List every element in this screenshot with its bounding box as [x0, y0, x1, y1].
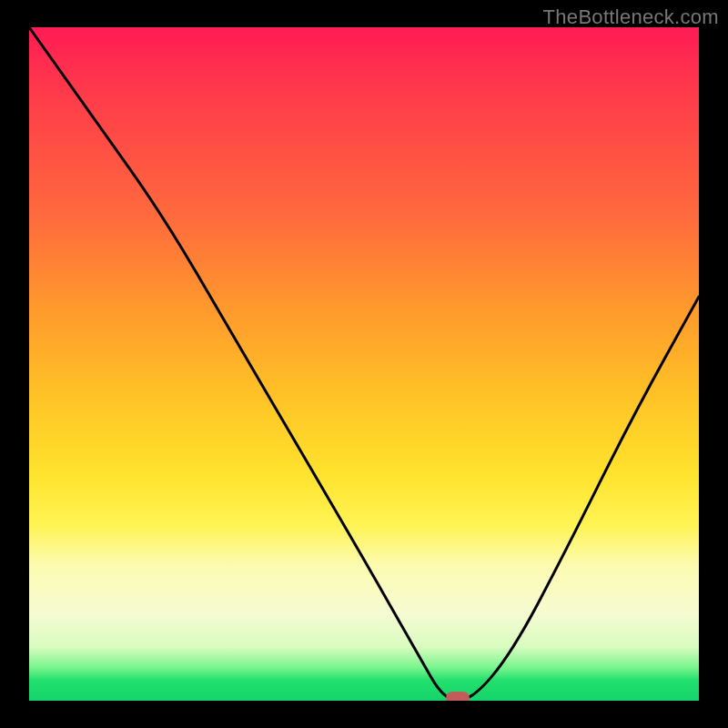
bottleneck-curve — [29, 27, 699, 701]
chart-frame: TheBottleneck.com — [0, 0, 728, 728]
minimum-marker — [446, 692, 470, 701]
plot-area — [29, 27, 699, 701]
watermark-text: TheBottleneck.com — [543, 5, 719, 29]
